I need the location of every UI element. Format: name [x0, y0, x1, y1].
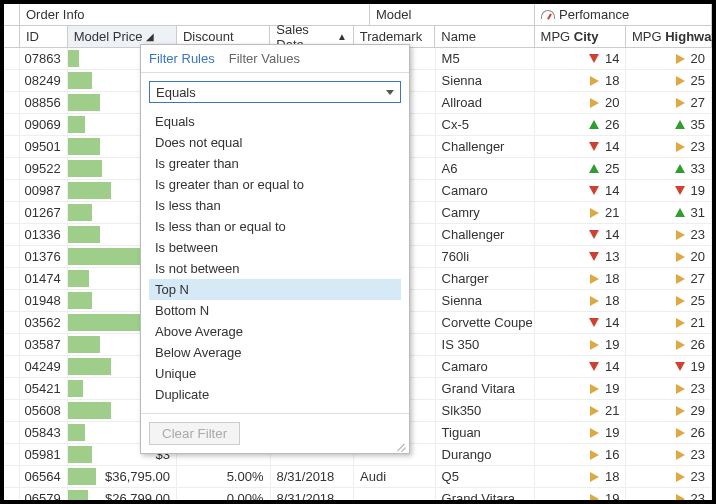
- tab-filter-values[interactable]: Filter Values: [229, 51, 300, 66]
- arrow-right-icon: [676, 494, 685, 501]
- arrow-right-icon: [676, 76, 685, 86]
- arrow-right-icon: [676, 230, 685, 240]
- cell-id: 03562: [20, 312, 68, 333]
- cell-id: 03587: [20, 334, 68, 355]
- row-gutter: [4, 312, 20, 333]
- cell-name: Allroad: [436, 92, 535, 113]
- cell-mpg-city: 18: [535, 70, 626, 91]
- filter-option[interactable]: Duplicate: [149, 384, 401, 405]
- arrow-down-icon: [589, 362, 599, 371]
- cell-mpg-city: 14: [535, 312, 626, 333]
- cell-mpg-highway: 19: [626, 180, 712, 201]
- cell-mpg-highway: 27: [626, 92, 712, 113]
- cell-name: Tiguan: [436, 422, 535, 443]
- row-gutter: [4, 92, 20, 113]
- row-gutter: [4, 246, 20, 267]
- arrow-down-icon: [675, 186, 685, 195]
- filter-option[interactable]: Is not between: [149, 258, 401, 279]
- arrow-right-icon: [676, 450, 685, 460]
- cell-name: 760li: [436, 246, 535, 267]
- cell-mpg-city: 25: [535, 158, 626, 179]
- cell-trademark: Audi: [354, 466, 436, 487]
- cell-name: Grand Vitara: [436, 488, 535, 500]
- row-gutter: [4, 334, 20, 355]
- band-performance-label: Perfomance: [559, 7, 629, 22]
- cell-mpg-city: 16: [535, 444, 626, 465]
- filter-option[interactable]: Equals: [149, 111, 401, 132]
- table-row[interactable]: 06579$26,799.000.00%8/31/2018Grand Vitar…: [4, 488, 712, 500]
- cell-id: 01336: [20, 224, 68, 245]
- cell-id: 05981: [20, 444, 68, 465]
- filter-option[interactable]: Top N: [149, 279, 401, 300]
- arrow-down-icon: [589, 142, 599, 151]
- cell-mpg-highway: 27: [626, 268, 712, 289]
- arrow-up-icon: [675, 120, 685, 129]
- tab-filter-rules[interactable]: Filter Rules: [149, 51, 215, 66]
- row-gutter: [4, 378, 20, 399]
- filter-option[interactable]: Unique: [149, 363, 401, 384]
- header-mpg-highway[interactable]: MPG Highway: [626, 26, 712, 47]
- cell-mpg-city: 14: [535, 224, 626, 245]
- filter-option[interactable]: Below Average: [149, 342, 401, 363]
- filter-option[interactable]: Above Average: [149, 321, 401, 342]
- filter-option[interactable]: Is less than or equal to: [149, 216, 401, 237]
- arrow-right-icon: [590, 340, 599, 350]
- cell-mpg-city: 14: [535, 180, 626, 201]
- arrow-right-icon: [590, 208, 599, 218]
- clear-filter-button[interactable]: Clear Filter: [149, 422, 240, 445]
- cell-mpg-city: 19: [535, 378, 626, 399]
- cell-mpg-city: 18: [535, 466, 626, 487]
- header-name[interactable]: Name: [435, 26, 534, 47]
- row-gutter: [4, 202, 20, 223]
- header-id[interactable]: ID: [20, 26, 68, 47]
- cell-name: Camaro: [436, 180, 535, 201]
- cell-name: Cx-5: [436, 114, 535, 135]
- header-mpg-city-suffix: City: [574, 29, 599, 44]
- cell-mpg-city: 18: [535, 290, 626, 311]
- cell-id: 04249: [20, 356, 68, 377]
- cell-id: 06579: [20, 488, 68, 500]
- row-gutter: [4, 158, 20, 179]
- row-gutter: [4, 444, 20, 465]
- cell-mpg-city: 20: [535, 92, 626, 113]
- cell-mpg-city: 21: [535, 400, 626, 421]
- band-model[interactable]: Model: [370, 4, 535, 25]
- row-gutter: [4, 400, 20, 421]
- arrow-right-icon: [676, 142, 685, 152]
- table-row[interactable]: 06564$36,795.005.00%8/31/2018AudiQ51823: [4, 466, 712, 488]
- filter-option[interactable]: Does not equal: [149, 132, 401, 153]
- header-mpg-city[interactable]: MPG City: [535, 26, 626, 47]
- cell-id: 09501: [20, 136, 68, 157]
- cell-price: $26,799.00: [68, 488, 177, 500]
- filter-rule-options: EqualsDoes not equalIs greater thanIs gr…: [149, 111, 401, 405]
- cell-mpg-highway: 19: [626, 356, 712, 377]
- filter-option[interactable]: Is greater than: [149, 153, 401, 174]
- filter-option[interactable]: Is greater than or equal to: [149, 174, 401, 195]
- band-performance[interactable]: Perfomance: [535, 4, 712, 25]
- cell-name: Slk350: [436, 400, 535, 421]
- cell-mpg-highway: 25: [626, 70, 712, 91]
- cell-name: IS 350: [436, 334, 535, 355]
- cell-mpg-highway: 31: [626, 202, 712, 223]
- popup-resizer[interactable]: [396, 440, 406, 450]
- cell-name: Sienna: [436, 290, 535, 311]
- cell-id: 05608: [20, 400, 68, 421]
- cell-id: 07863: [20, 48, 68, 69]
- arrow-up-icon: [589, 120, 599, 129]
- filter-rule-select[interactable]: Equals: [149, 81, 401, 103]
- filter-option[interactable]: Is less than: [149, 195, 401, 216]
- filter-option[interactable]: Is between: [149, 237, 401, 258]
- cell-name: Sienna: [436, 70, 535, 91]
- header-model-price-label: Model Price: [74, 29, 143, 44]
- cell-name: Camaro: [436, 356, 535, 377]
- filter-option[interactable]: Bottom N: [149, 300, 401, 321]
- arrow-right-icon: [676, 384, 685, 394]
- row-gutter: [4, 224, 20, 245]
- row-gutter: [4, 136, 20, 157]
- cell-discount: 5.00%: [177, 466, 270, 487]
- arrow-up-icon: [675, 164, 685, 173]
- arrow-right-icon: [676, 318, 685, 328]
- arrow-right-icon: [590, 274, 599, 284]
- arrow-up-icon: [589, 164, 599, 173]
- cell-trademark: [354, 488, 436, 500]
